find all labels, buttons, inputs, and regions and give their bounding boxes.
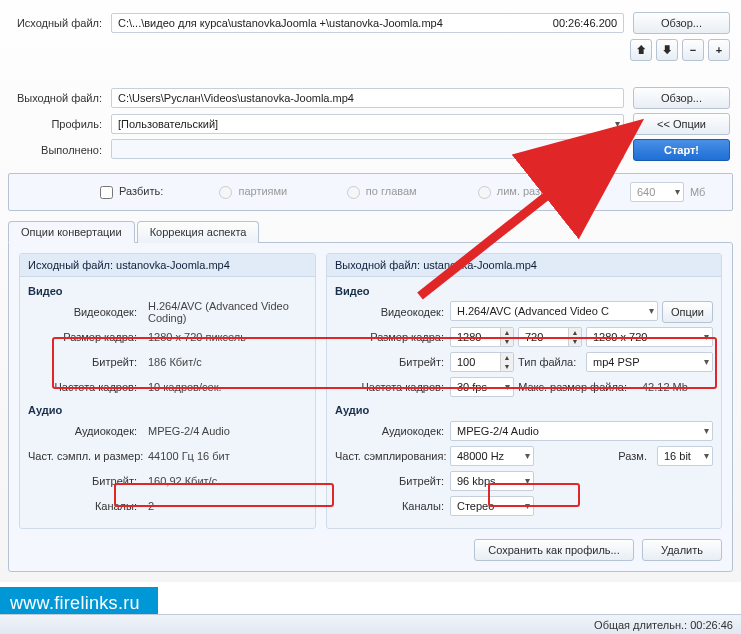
- src-acodec: MPEG-2/4 Audio: [143, 425, 307, 437]
- browse-source-button[interactable]: Обзор...: [633, 12, 730, 34]
- dst-abitrate-select[interactable]: 96 kbps: [450, 471, 534, 491]
- statusbar-total-value: 00:26:46: [690, 619, 733, 631]
- dst-bits-select[interactable]: 16 bit: [657, 446, 713, 466]
- dst-bitrate-spinner[interactable]: ▲▼: [450, 352, 514, 372]
- src-framesize: 1280 x 720 пиксель: [143, 331, 307, 343]
- src-framerate: 10 кадров/сек.: [143, 381, 307, 393]
- tab-conversion-options[interactable]: Опции конвертации: [8, 221, 135, 243]
- dst-vcodec-select[interactable]: H.264/AVC (Advanced Video C: [450, 301, 658, 323]
- dst-size-preset-select[interactable]: 1280 x 720: [586, 327, 713, 347]
- split-chapters-radio: [347, 186, 360, 199]
- output-settings-panel: Выходной файл: ustanovka-Joomla.mp4 Виде…: [326, 253, 722, 529]
- source-duration: 00:26:46.200: [553, 14, 617, 32]
- src-channels: 2: [143, 500, 307, 512]
- src-sample: 44100 Гц 16 бит: [143, 450, 307, 462]
- options-toggle-button[interactable]: << Опции: [633, 113, 730, 135]
- src-video-heading: Видео: [28, 285, 307, 297]
- remove-button[interactable]: −: [682, 39, 704, 61]
- split-batches-radio: [219, 186, 232, 199]
- dst-framerate-select[interactable]: 30 fps: [450, 377, 514, 397]
- src-audio-heading: Аудио: [28, 404, 307, 416]
- browse-output-button[interactable]: Обзор...: [633, 87, 730, 109]
- source-file-label: Исходный файл:: [8, 10, 108, 36]
- save-profile-button[interactable]: Сохранить как профиль...: [474, 539, 634, 561]
- dst-codec-options-button[interactable]: Опции: [662, 301, 713, 323]
- dst-samplerate-select[interactable]: 48000 Hz: [450, 446, 534, 466]
- output-file-label: Выходной файл:: [8, 85, 108, 111]
- add-button[interactable]: +: [708, 39, 730, 61]
- split-size-radio: [478, 186, 491, 199]
- profile-select[interactable]: [Пользовательский]: [111, 114, 624, 134]
- src-vcodec: H.264/AVC (Advanced Video Coding): [143, 300, 307, 324]
- profile-label: Профиль:: [8, 111, 108, 137]
- split-size-unit: Мб: [687, 180, 724, 204]
- split-label: Разбить:: [119, 185, 163, 197]
- split-size-select[interactable]: 640: [630, 182, 684, 202]
- dst-maxsize: 42.12 Mb: [637, 377, 688, 397]
- dst-title-value: ustanovka-Joomla.mp4: [423, 259, 537, 271]
- tab-aspect-correction[interactable]: Коррекция аспекта: [137, 221, 260, 243]
- src-abitrate: 160,92 Кбит/с: [143, 475, 307, 487]
- dst-video-heading: Видео: [335, 285, 713, 297]
- split-checkbox[interactable]: [100, 186, 113, 199]
- source-info-panel: Исходный файл: ustanovka-Joomla.mp4 Виде…: [19, 253, 316, 529]
- dst-filetype-select[interactable]: mp4 PSP: [586, 352, 713, 372]
- dst-height-spinner[interactable]: ▲▼: [518, 327, 582, 347]
- delete-profile-button[interactable]: Удалить: [642, 539, 722, 561]
- dst-acodec-select[interactable]: MPEG-2/4 Audio: [450, 421, 713, 441]
- dst-title-label: Выходной файл:: [335, 259, 420, 271]
- statusbar-total-label: Общая длительн.:: [594, 619, 687, 631]
- start-button[interactable]: Старт!: [633, 139, 730, 161]
- move-down-button[interactable]: 🡇: [656, 39, 678, 61]
- dst-channels-select[interactable]: Стерео: [450, 496, 534, 516]
- progress-bar: [111, 139, 624, 159]
- dst-width-spinner[interactable]: ▲▼: [450, 327, 514, 347]
- done-label: Выполнено:: [8, 137, 108, 163]
- src-bitrate: 186 Кбит/с: [143, 356, 307, 368]
- move-up-button[interactable]: 🡅: [630, 39, 652, 61]
- dst-audio-heading: Аудио: [335, 404, 713, 416]
- output-file-input[interactable]: [111, 88, 624, 108]
- src-title-value: ustanovka-Joomla.mp4: [116, 259, 230, 271]
- src-title-label: Исходный файл:: [28, 259, 113, 271]
- source-file-path: C:\...\видео для курса\ustanovkaJoomla +…: [111, 13, 624, 33]
